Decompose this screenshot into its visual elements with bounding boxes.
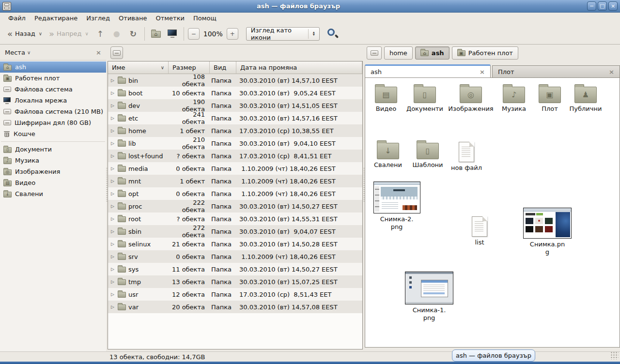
sidebar-item-filesystem[interactable]: Файлова система [0, 84, 106, 95]
column-header-2[interactable]: Вид [210, 61, 236, 74]
icon-item-list-file[interactable]: list [464, 214, 495, 246]
icon-view[interactable]: ▤Видео▯Документи◎Изображения♪Музика▣Плот… [365, 77, 620, 348]
tab-ash[interactable]: ash× [365, 64, 491, 77]
table-row[interactable]: ▷var20 обектаПапка30.03.2010 (вт) 14,57,… [108, 301, 362, 313]
expander-icon[interactable]: ▷ [110, 191, 115, 196]
table-row[interactable]: ▷usr12 обектаПапка17.03.2010 (ср) 8,51,4… [108, 288, 362, 301]
expander-icon[interactable]: ▷ [110, 128, 115, 133]
icon-item-templates-folder[interactable]: ▯Шаблони [410, 140, 446, 169]
sidebar-item-documents[interactable]: ▯Документи [0, 144, 106, 155]
menu-view[interactable]: Изглед [82, 14, 114, 23]
table-row[interactable]: ▷mnt1 обектПапка 1.10.2009 (чт) 18,40,26… [108, 175, 362, 187]
expander-icon[interactable]: ▷ [110, 153, 115, 158]
menu-bookmarks[interactable]: Отметки [151, 14, 188, 23]
stop-button[interactable]: ● [108, 26, 125, 42]
column-header-0[interactable]: Име∨ [108, 61, 169, 74]
tab-close-icon[interactable]: × [609, 68, 614, 76]
maximize-button[interactable]: □ [598, 1, 607, 11]
table-row[interactable]: ▷tmp13 обектаПапка30.03.2010 (вт) 15,07,… [108, 275, 362, 288]
titlebar[interactable]: ash — файлов браузър − □ × [0, 0, 620, 13]
table-row[interactable]: ▷sbin272 обектаПапка30.03.2010 (вт) 9,04… [108, 225, 362, 238]
icon-item-desktop-folder[interactable]: ▣Плот [535, 84, 565, 113]
icon-item-snimka-2-png[interactable]: Снимка-2.png [372, 182, 421, 231]
table-row[interactable]: ▷lost+found? обектаПапка17.03.2010 (ср) … [108, 150, 362, 162]
table-row[interactable]: ▷etc241 обектаПапка30.03.2010 (вт) 14,57… [108, 112, 362, 124]
sidebar-item-downloads[interactable]: ↓Свалени [0, 188, 106, 199]
menu-file[interactable]: Файл [4, 14, 30, 23]
menu-edit[interactable]: Редактиране [30, 14, 82, 23]
expander-icon[interactable]: ▷ [110, 103, 115, 108]
sidebar-header[interactable]: Места ∨ × [0, 45, 106, 60]
menu-go[interactable]: Отиване [114, 14, 151, 23]
icon-item-new-file[interactable]: нов файл [447, 140, 486, 172]
sidebar-item-local-network[interactable]: Локална мрежа [0, 95, 106, 106]
table-row[interactable]: ▷boot10 обектаПапка30.03.2010 (вт) 9,05,… [108, 87, 362, 99]
sidebar-item-home-ash[interactable]: ⌂ash [0, 61, 106, 73]
table-row[interactable]: ▷root? обектаПапка30.03.2010 (вт) 14,55,… [108, 212, 362, 225]
expander-icon[interactable]: ▷ [110, 254, 115, 259]
expander-icon[interactable]: ▷ [110, 279, 115, 284]
breadcrumb-home[interactable]: home [384, 46, 413, 60]
expander-icon[interactable]: ▷ [110, 166, 115, 171]
icon-item-documents-folder[interactable]: ▯Документи [404, 84, 446, 113]
expander-icon[interactable]: ▷ [110, 304, 115, 309]
sidebar-item-desktop[interactable]: ▣Работен плот [0, 73, 106, 84]
expander-icon[interactable]: ▷ [110, 242, 115, 246]
breadcrumb-ash[interactable]: ⌂ash [415, 46, 450, 60]
table-row[interactable]: ▷selinux21 обектаПапка30.03.2010 (вт) 14… [108, 238, 362, 250]
table-row[interactable]: ▷dev190 обектаПапка30.03.2010 (вт) 14,51… [108, 99, 362, 112]
icon-item-snimka-1-png[interactable]: Снимка-1.png [403, 272, 455, 322]
breadcrumb-root-drive[interactable] [367, 46, 382, 60]
table-row[interactable]: ▷sys11 обектаПапка30.03.2010 (вт) 14,50,… [108, 263, 362, 275]
sidebar-close-icon[interactable]: × [96, 49, 101, 56]
table-row[interactable]: ▷home1 обектПапка17.03.2010 (ср) 10,38,5… [108, 124, 362, 137]
expander-icon[interactable]: ▷ [110, 292, 115, 297]
search-button[interactable] [326, 28, 339, 40]
breadcrumb-desktop[interactable]: ▣Работен плот [452, 46, 518, 60]
forward-button[interactable]: » Напред ∨ [46, 26, 92, 42]
expander-icon[interactable]: ▷ [110, 78, 115, 83]
minimize-button[interactable]: − [587, 1, 596, 11]
expander-icon[interactable]: ▷ [110, 91, 115, 95]
sidebar-item-encrypted-80gb[interactable]: Шифриран дял (80 GB) [0, 117, 106, 128]
column-header-3[interactable]: Дата на промяна [236, 61, 362, 74]
computer-button[interactable] [164, 26, 181, 42]
column-header-1[interactable]: Размер [169, 61, 210, 74]
view-mode-dropdown[interactable]: Изглед като икони ▴▾ [246, 27, 320, 41]
expander-icon[interactable]: ▷ [110, 204, 115, 209]
close-button[interactable]: × [608, 1, 618, 11]
expander-icon[interactable]: ▷ [110, 216, 115, 221]
expander-icon[interactable]: ▷ [110, 116, 115, 121]
sidebar-item-pictures[interactable]: ◎Изображения [0, 166, 106, 177]
expander-icon[interactable]: ▷ [110, 179, 115, 183]
taskbar-window-button[interactable]: ash — файлов браузър [452, 349, 535, 362]
back-history-chevron-icon[interactable]: ∨ [39, 31, 42, 36]
tab-close-icon[interactable]: × [480, 68, 485, 76]
sidebar-item-video[interactable]: ▤Видео [0, 177, 106, 188]
sidebar-item-music[interactable]: ♪Музика [0, 155, 106, 166]
menu-help[interactable]: Помощ [189, 14, 221, 23]
expander-icon[interactable]: ▷ [110, 267, 115, 272]
expander-icon[interactable]: ▷ [110, 229, 115, 234]
table-row[interactable]: ▷media0 обектаПапка 1.10.2009 (чт) 18,40… [108, 162, 362, 175]
icon-item-public-folder[interactable]: ♟Публични [567, 84, 604, 113]
tab-plot[interactable]: Плот× [492, 65, 620, 77]
resize-grip-icon[interactable] [610, 351, 619, 360]
root-location-button[interactable] [110, 46, 123, 59]
icon-item-music-folder[interactable]: ♪Музика [496, 84, 532, 113]
table-row[interactable]: ▷bin108 обектаПапка30.03.2010 (вт) 14,57… [108, 74, 362, 87]
expander-icon[interactable]: ▷ [110, 141, 115, 146]
zoom-in-button[interactable]: + [227, 28, 238, 40]
table-row[interactable]: ▷proc222 обектаПапка30.03.2010 (вт) 14,5… [108, 200, 362, 212]
up-button[interactable]: ↑ [92, 26, 108, 42]
zoom-out-button[interactable]: − [188, 28, 200, 40]
back-button[interactable]: « Назад ∨ [4, 26, 46, 42]
home-button[interactable]: ⌂ [148, 26, 164, 42]
sidebar-item-trash[interactable]: Кошче [0, 128, 106, 139]
icon-item-pictures-folder[interactable]: ◎Изображения [451, 84, 490, 113]
table-row[interactable]: ▷opt0 обектаПапка 1.10.2009 (чт) 18,40,2… [108, 187, 362, 200]
table-row[interactable]: ▷lib210 обектаПапка30.03.2010 (вт) 9,04,… [108, 137, 362, 150]
icon-item-snimka-png[interactable]: Снимка.png [520, 208, 574, 257]
icon-item-downloads-folder[interactable]: ↓Свалени [371, 140, 405, 169]
reload-button[interactable]: ↻ [125, 26, 141, 42]
